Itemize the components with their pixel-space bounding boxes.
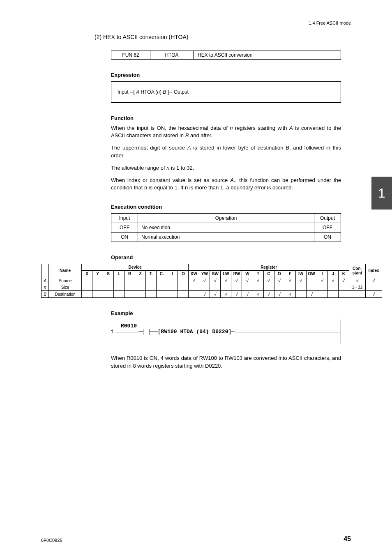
op-cell [92,284,103,291]
op-cell: √ [221,291,231,298]
op-cell [253,284,263,291]
op-dev-8: I [167,271,178,277]
op-cell: √ [253,291,263,298]
op-cell [327,284,338,291]
example-rung: 1 [111,329,114,335]
txt: is 1 to 32. [169,165,194,171]
op-cell [125,284,135,291]
op-cell [242,284,253,291]
op-dev-5: Z [135,271,146,277]
op-cell [103,291,114,298]
op-cell [135,277,146,284]
op-cell: √ [231,277,242,284]
heading-expression: Expression [111,72,351,78]
op-cell [82,291,92,298]
op-key-2: B [42,291,49,298]
italic-A: A [187,145,191,151]
function-p1: When the input is ON, the hexadecimal da… [111,124,341,139]
op-const-0: √ [349,277,366,284]
op-cell [167,284,178,291]
italic-A: A [289,125,293,131]
op-cell [338,284,349,291]
footer-left: 6F8C0926 [41,538,62,543]
op-cell: √ [189,277,199,284]
op-cell [157,291,167,298]
op-cell [189,284,199,291]
op-cell [285,284,295,291]
op-reg-8: D [274,271,285,277]
op-cell [263,284,274,291]
op-cell: √ [317,277,327,284]
expr-suffix: ]─ Output [166,89,189,95]
exec-r2c3: ON [314,233,341,242]
op-reg-6: T [253,271,263,277]
op-cell [103,284,114,291]
op-cell: √ [199,277,210,284]
info-col3: HEX to ASCII conversion [194,51,341,60]
op-const-1: 1 - 32 [349,284,366,291]
op-cell: √ [242,277,253,284]
op-cell [338,291,349,298]
op-idx-0: √ [366,277,382,284]
op-cell [306,284,317,291]
op-cell: √ [231,291,242,298]
op-cell [231,284,242,291]
txt: When index or constant value is set as s… [111,177,230,183]
op-reg-11: OW [306,271,317,277]
op-cell [92,277,103,284]
op-reg-2: SW [210,271,221,277]
op-reg-0: XW [189,271,199,277]
op-cell [295,291,306,298]
op-dev-2: S [103,271,114,277]
op-dev-7: C. [157,271,167,277]
footer-right: 45 [344,535,351,543]
op-cell [125,291,135,298]
op-cell [114,291,125,298]
op-dev-0: X [82,271,92,277]
expression-box: Input ─[ A HTOA (n) B ]─ Output [111,81,341,103]
example-ladder: R0010 1 ─┤ ├──[RW100 HTOA (04) D0220]─ [111,320,341,344]
op-idx-1 [366,284,382,291]
example-inst: ─┤ ├──[RW100 HTOA (04) D0220]─ [138,329,235,335]
op-cell: √ [274,277,285,284]
op-rowname-2: Destination [49,291,82,298]
op-reg-9: F [285,271,295,277]
txt: The uppermost digit of source [111,145,187,151]
italic-B: B [286,145,289,151]
function-p3: The allowable range of n is 1 to 32. [111,164,341,172]
expr-prefix: Input ─[ [118,89,136,95]
op-cell [92,291,103,298]
op-cell [221,284,231,291]
op-name-h: Name [49,264,82,277]
op-reg-4: RW [231,271,242,277]
op-dev-3: L [114,271,125,277]
op-cell [82,284,92,291]
operand-table: Name Device Register Con-stant Index XYS… [41,264,382,298]
op-cell [295,284,306,291]
op-cell [167,291,178,298]
op-cell [135,291,146,298]
op-cell: √ [253,277,263,284]
op-cell [125,277,135,284]
heading-function: Function [111,115,351,121]
op-cell: √ [221,277,231,284]
op-cell [135,284,146,291]
italic-A: A [230,177,234,183]
txt: registers starting with [233,125,289,131]
op-register-h: Register [189,264,349,271]
op-cell: √ [306,291,317,298]
op-cell: √ [210,277,221,284]
op-cell [189,291,199,298]
op-cell [274,284,285,291]
op-key-0: A [42,277,49,284]
side-tab: 1 [371,177,392,210]
op-reg-1: YW [199,271,210,277]
op-cell: √ [285,291,295,298]
op-reg-3: LW [221,271,231,277]
op-cell [317,291,327,298]
op-dev-4: R [125,271,135,277]
op-const-h: Con-stant [349,264,366,277]
op-cell [157,277,167,284]
op-cell [146,284,157,291]
op-cell [157,284,167,291]
